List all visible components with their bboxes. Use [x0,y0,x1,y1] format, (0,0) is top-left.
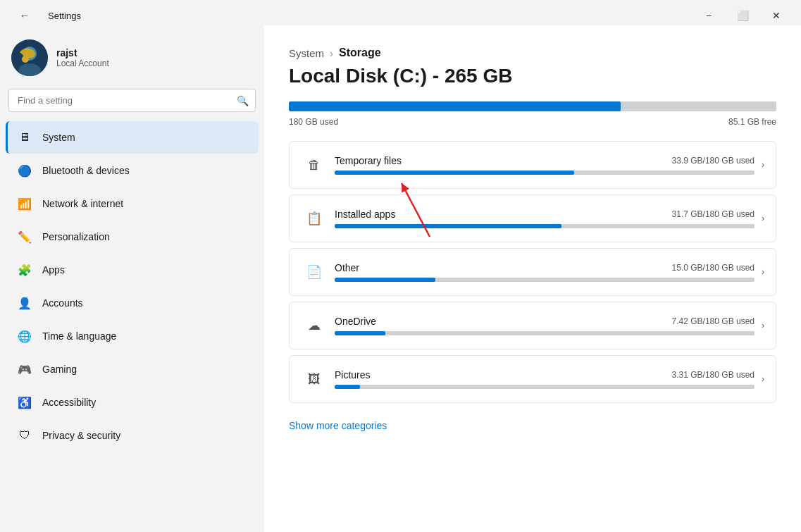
onedrive-icon: ☁ [301,312,328,339]
storage-overview: 180 GB used 85.1 GB free [289,101,776,127]
sidebar-item-system[interactable]: 🖥 System [6,121,259,154]
breadcrumb-parent: System [289,47,324,59]
user-name: rajst [56,47,109,58]
storage-item-pictures[interactable]: 🖼 Pictures 3.31 GB/180 GB used › [289,355,776,403]
titlebar: ← Settings − ⬜ ✕ [0,0,801,25]
sidebar-item-time[interactable]: 🌐 Time & language [6,320,259,352]
sidebar-item-label-bluetooth: Bluetooth & devices [42,165,130,176]
breadcrumb-separator: › [330,47,333,59]
temp-icon: 🗑 [301,151,328,178]
storage-item-bar-fill-apps [335,224,561,228]
storage-free-label: 85.1 GB free [728,117,776,127]
other-icon: 📄 [301,259,328,285]
titlebar-left: ← Settings [8,4,81,27]
storage-item-temp[interactable]: 🗑 Temporary files 33.9 GB/180 GB used › [289,141,776,189]
storage-item-bar-bg-other [335,278,755,282]
storage-item-header-temp: Temporary files 33.9 GB/180 GB used [335,155,755,166]
sidebar-item-network[interactable]: 📶 Network & internet [6,187,259,220]
storage-item-content-temp: Temporary files 33.9 GB/180 GB used [335,155,755,175]
storage-item-bar-bg-pictures [335,385,755,389]
storage-item-bar-bg-onedrive [335,331,755,335]
storage-bar-background [289,101,776,111]
sidebar-item-bluetooth[interactable]: 🔵 Bluetooth & devices [6,154,259,187]
user-profile: rajst Local Account [0,32,264,89]
storage-item-header-other: Other 15.0 GB/180 GB used [335,262,755,273]
search-input[interactable] [8,89,256,112]
apps-icon: 🧩 [17,262,32,278]
titlebar-title: Settings [48,11,81,21]
storage-item-content-apps: Installed apps 31.7 GB/180 GB used [335,209,755,228]
sidebar-item-label-accounts: Accounts [42,297,83,309]
sidebar-item-label-apps: Apps [42,264,65,276]
storage-item-onedrive[interactable]: ☁ OneDrive 7.42 GB/180 GB used › [289,302,776,349]
breadcrumb-current: Storage [339,47,381,59]
storage-item-bar-fill-temp [335,171,574,175]
storage-labels: 180 GB used 85.1 GB free [289,117,776,127]
storage-item-size-pictures: 3.31 GB/180 GB used [672,370,755,380]
storage-item-apps[interactable]: 📋 Installed apps 31.7 GB/180 GB used › [289,194,776,242]
accessibility-icon: ♿ [17,395,32,410]
storage-item-name-temp: Temporary files [335,155,402,166]
storage-item-name-other: Other [335,262,359,273]
nav-list: 🖥 System 🔵 Bluetooth & devices 📶 Network… [0,120,264,452]
storage-item-bar-fill-other [335,278,435,282]
storage-item-header-apps: Installed apps 31.7 GB/180 GB used [335,209,755,220]
user-role: Local Account [56,58,109,68]
apps-icon: 📋 [301,205,328,232]
sidebar-item-label-network: Network & internet [42,198,123,209]
storage-item-content-pictures: Pictures 3.31 GB/180 GB used [335,369,755,389]
user-info: rajst Local Account [56,47,109,68]
sidebar: rajst Local Account 🔍 🖥 System 🔵 Bluetoo… [0,25,264,532]
sidebar-item-personalization[interactable]: ✏️ Personalization [6,221,259,253]
chevron-right-icon: › [762,374,764,384]
storage-item-header-onedrive: OneDrive 7.42 GB/180 GB used [335,316,755,327]
minimize-button[interactable]: − [693,4,725,27]
sidebar-item-accessibility[interactable]: ♿ Accessibility [6,386,259,419]
privacy-icon: 🛡 [17,428,32,443]
sidebar-item-label-gaming: Gaming [42,364,77,375]
storage-item-size-apps: 31.7 GB/180 GB used [672,209,755,219]
time-icon: 🌐 [17,328,32,344]
close-button[interactable]: ✕ [760,4,793,27]
storage-item-name-apps: Installed apps [335,209,395,220]
storage-used-label: 180 GB used [289,117,338,127]
storage-item-bar-bg-temp [335,171,755,175]
sidebar-item-apps[interactable]: 🧩 Apps [6,254,259,286]
sidebar-item-label-system: System [42,132,75,143]
main-window: rajst Local Account 🔍 🖥 System 🔵 Bluetoo… [0,25,801,532]
storage-bar-fill [289,101,621,111]
content-area: System › Storage Local Disk (C:) - 265 G… [264,25,801,532]
page-title: Local Disk (C:) - 265 GB [289,65,776,87]
storage-item-size-other: 15.0 GB/180 GB used [672,263,755,273]
storage-item-name-pictures: Pictures [335,369,371,381]
storage-item-name-onedrive: OneDrive [335,316,376,327]
sidebar-item-gaming[interactable]: 🎮 Gaming [6,353,259,385]
storage-item-bar-fill-onedrive [335,331,385,335]
sidebar-item-privacy[interactable]: 🛡 Privacy & security [6,419,259,452]
storage-item-content-other: Other 15.0 GB/180 GB used [335,262,755,282]
storage-item-header-pictures: Pictures 3.31 GB/180 GB used [335,369,755,381]
back-button[interactable]: ← [8,4,41,27]
storage-item-size-onedrive: 7.42 GB/180 GB used [672,316,755,326]
show-more-categories-link[interactable]: Show more categories [289,417,387,434]
sidebar-item-label-accessibility: Accessibility [42,397,96,408]
storage-item-bar-bg-apps [335,224,755,228]
sidebar-item-accounts[interactable]: 👤 Accounts [6,287,259,319]
sidebar-item-label-time: Time & language [42,330,116,342]
storage-item-size-temp: 33.9 GB/180 GB used [672,156,755,166]
chevron-right-icon: › [762,267,764,277]
chevron-right-icon: › [762,214,764,223]
storage-item-other[interactable]: 📄 Other 15.0 GB/180 GB used › [289,248,776,296]
breadcrumb: System › Storage [289,47,776,59]
accounts-icon: 👤 [17,295,32,311]
storage-item-content-onedrive: OneDrive 7.42 GB/180 GB used [335,316,755,335]
chevron-right-icon: › [762,321,764,330]
storage-item-bar-fill-pictures [335,385,360,389]
search-icon: 🔍 [237,95,249,106]
gaming-icon: 🎮 [17,361,32,377]
network-icon: 📶 [17,196,32,211]
pictures-icon: 🖼 [301,366,328,392]
maximize-button[interactable]: ⬜ [726,4,759,27]
avatar [11,39,48,76]
storage-items-list: 🗑 Temporary files 33.9 GB/180 GB used › … [289,141,776,403]
